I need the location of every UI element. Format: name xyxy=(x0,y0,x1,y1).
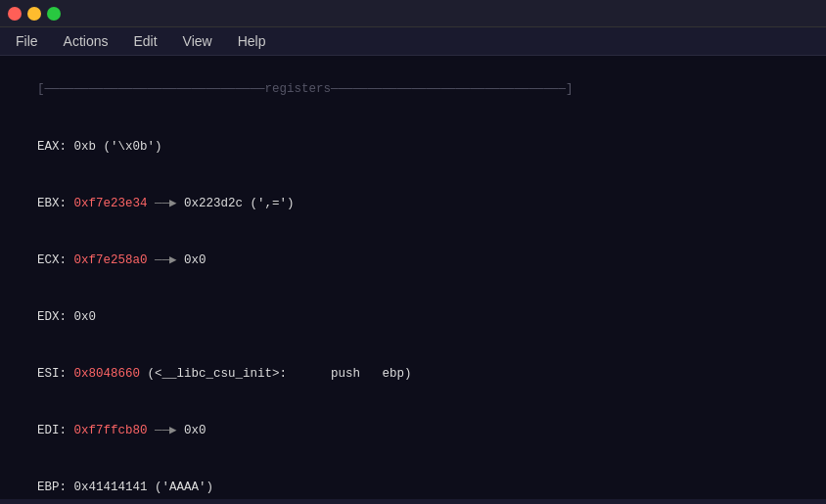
menu-edit[interactable]: Edit xyxy=(129,31,161,51)
ebx-line: EBX: 0xf7e23e34 ——▶ 0x223d2c (',=') xyxy=(8,175,818,232)
close-button[interactable] xyxy=(8,7,22,21)
ebp-line: EBP: 0x41414141 ('AAAA') xyxy=(8,460,818,499)
registers-sep: [——————————————————————————————registers… xyxy=(8,62,818,118)
ecx-line: ECX: 0xf7e258a0 ——▶ 0x0 xyxy=(8,232,818,289)
edi-line: EDI: 0xf7ffcb80 ——▶ 0x0 xyxy=(8,403,818,460)
esi-line: ESI: 0x8048660 (<__libc_csu_init>: push … xyxy=(8,346,818,403)
menu-view[interactable]: View xyxy=(179,31,216,51)
menu-file[interactable]: File xyxy=(12,31,42,51)
menubar: File Actions Edit View Help xyxy=(0,27,826,56)
menu-help[interactable]: Help xyxy=(234,31,270,51)
maximize-button[interactable] xyxy=(47,7,61,21)
terminal: [——————————————————————————————registers… xyxy=(0,56,826,499)
menu-actions[interactable]: Actions xyxy=(60,31,113,51)
eax-line: EAX: 0xb ('\x0b') xyxy=(8,118,818,175)
minimize-button[interactable] xyxy=(27,7,41,21)
edx-line: EDX: 0x0 xyxy=(8,290,818,346)
titlebar xyxy=(0,0,826,27)
